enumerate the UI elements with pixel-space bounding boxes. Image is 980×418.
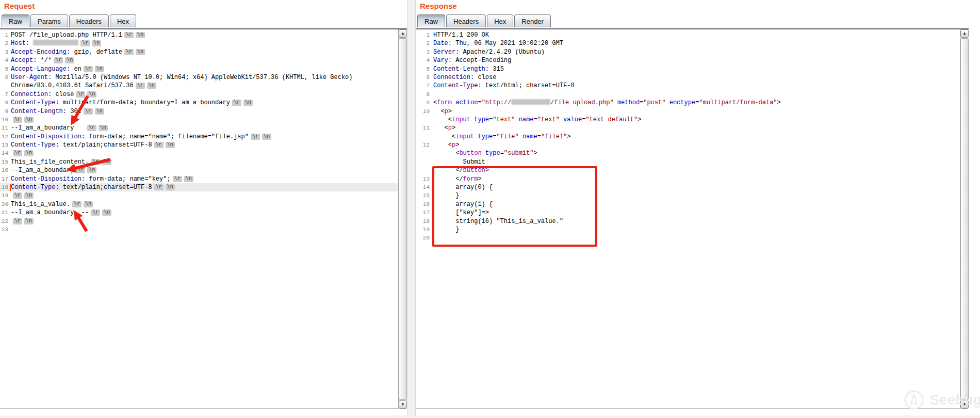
line-number: 4 xyxy=(0,56,8,65)
code-line[interactable]: 9Content-Length: 302\r\n xyxy=(0,107,398,116)
code-line[interactable]: 7Connection: close\r\n xyxy=(0,90,398,99)
code-line[interactable]: 3Accept-Encoding: gzip, deflate\r\n xyxy=(0,48,398,56)
code-text: > xyxy=(777,99,781,106)
code-line[interactable]: 12Content-Disposition: form-data; name="… xyxy=(0,133,398,141)
scroll-down-icon[interactable]: ▼ xyxy=(399,400,407,409)
request-tab-headers[interactable]: Headers xyxy=(69,14,109,27)
line-number: 20 xyxy=(0,200,8,208)
code-line[interactable]: <input type="file" name="file1"> xyxy=(416,133,960,141)
code-text: > xyxy=(448,108,452,115)
code-text: button xyxy=(459,150,481,157)
code-line[interactable]: 2Host: \r\n xyxy=(0,39,398,47)
code-text: Content-Length: xyxy=(433,66,489,73)
code-line[interactable]: 4Accept: */*\r\n xyxy=(0,56,398,65)
response-tab-render[interactable]: Render xyxy=(514,14,551,27)
code-line[interactable]: 21--I_am_a_boundary --\r\n xyxy=(0,208,398,217)
line-number: 23 xyxy=(0,226,8,234)
code-text: Connection: xyxy=(433,74,474,81)
code-line[interactable]: 6Connection: close xyxy=(416,73,960,82)
code-text: Content-Disposition: xyxy=(11,133,85,140)
response-tab-raw[interactable]: Raw xyxy=(417,14,445,27)
code-line[interactable]: 22\r\n xyxy=(0,217,398,226)
request-code[interactable]: 1POST /file_upload.php HTTP/1.1\r\n2Host… xyxy=(0,29,398,409)
line-number: 10 xyxy=(416,107,430,116)
code-text: --I_am_a_boundary xyxy=(11,167,74,174)
code-text: > xyxy=(455,141,459,149)
line-number: 3 xyxy=(0,48,8,56)
line-number: 16 xyxy=(0,166,8,174)
code-text: < xyxy=(433,124,448,132)
request-scrollbar[interactable]: ▲ ▼ xyxy=(398,29,407,409)
code-line[interactable]: 7Content-Type: text/html; charset=UTF-8 xyxy=(416,82,960,90)
code-line[interactable]: <button type="submit"> xyxy=(416,149,960,157)
code-text: 315 xyxy=(489,66,504,73)
code-line[interactable]: 11--I_am_a_boundary \r\n xyxy=(0,124,398,132)
code-line[interactable]: Chrome/83.0.4103.61 Safari/537.36\r\n xyxy=(0,82,398,90)
code-line[interactable]: 2Date: Thu, 06 May 2021 10:02:20 GMT xyxy=(416,39,960,47)
response-tab-hex[interactable]: Hex xyxy=(487,14,513,27)
code-line[interactable]: 10\r\n xyxy=(0,116,398,124)
response-panel-title: Response xyxy=(420,2,457,10)
line-number: 22 xyxy=(0,217,8,226)
code-line[interactable]: 13Content-Type: text/plain;charset=UTF-8… xyxy=(0,141,398,149)
code-text: form-data; name="key"; xyxy=(85,175,171,183)
code-line[interactable]: 18Content-Type: text/plain;charset=UTF-8… xyxy=(0,183,398,191)
crlf-token: \n xyxy=(262,134,271,140)
panel-divider[interactable] xyxy=(407,0,416,418)
redacted-text xyxy=(511,99,550,105)
line-number: 19 xyxy=(0,191,8,200)
code-text: POST /file_upload.php HTTP/1.1 xyxy=(11,31,122,39)
bottom-strip xyxy=(0,415,980,418)
crlf-token: \n xyxy=(95,108,104,115)
redacted-text xyxy=(33,40,78,45)
request-tab-hex[interactable]: Hex xyxy=(110,14,136,27)
crlf-token: \n xyxy=(92,40,101,46)
code-line[interactable]: 5Accept-Language: en\r\n xyxy=(0,65,398,73)
code-line[interactable]: 16--I_am_a_boundary\r\n xyxy=(0,166,398,174)
crlf-token: \n xyxy=(87,167,96,173)
code-text: form xyxy=(437,99,452,106)
code-text: = xyxy=(533,116,537,123)
line-number: 15 xyxy=(0,158,8,166)
code-line[interactable]: 23 xyxy=(0,226,398,234)
crlf-token: \r xyxy=(232,100,241,106)
line-number: 8 xyxy=(416,90,430,99)
code-line[interactable]: 10 <p> xyxy=(416,107,960,116)
code-text: text/plain;charset=UTF-8 xyxy=(59,184,152,191)
request-tab-params[interactable]: Params xyxy=(30,14,68,27)
code-text: Server: xyxy=(433,49,459,56)
code-line[interactable]: 3Server: Apache/2.4.29 (Ubuntu) xyxy=(416,48,960,56)
code-line[interactable]: 8 xyxy=(416,90,960,99)
line-number: 6 xyxy=(416,73,430,82)
scroll-up-icon[interactable]: ▲ xyxy=(960,29,969,38)
request-tabbar: RawParamsHeadersHex xyxy=(0,14,407,29)
request-tab-raw[interactable]: Raw xyxy=(2,14,29,27)
code-line[interactable]: 1HTTP/1.1 200 OK xyxy=(416,31,960,39)
line-number: 7 xyxy=(416,82,430,90)
code-line[interactable]: 12 <p> xyxy=(416,141,960,149)
crlf-token: \n xyxy=(102,210,111,216)
code-line[interactable]: <input type="text" name="text" value="te… xyxy=(416,116,960,124)
code-line[interactable]: Submit xyxy=(416,158,960,166)
code-line[interactable]: 17Content-Disposition: form-data; name="… xyxy=(0,175,398,183)
code-line[interactable]: 1POST /file_upload.php HTTP/1.1\r\n xyxy=(0,31,398,39)
code-line[interactable]: 20This_is_a_value.\r\n xyxy=(0,200,398,208)
scrollbar-thumb[interactable] xyxy=(960,38,969,400)
code-line[interactable]: 11 <p> xyxy=(416,124,960,132)
code-line[interactable]: 15This_is_file_content.\r\n xyxy=(0,158,398,166)
code-text: name xyxy=(519,116,534,123)
code-line[interactable]: 9<form action="http:///file_upload.php" … xyxy=(416,99,960,107)
crlf-token: \r xyxy=(154,142,164,148)
code-line[interactable]: 8Content-Type: multipart/form-data; boun… xyxy=(0,99,398,107)
code-text: close xyxy=(52,91,74,98)
code-line[interactable]: 6User-Agent: Mozilla/5.0 (Windows NT 10.… xyxy=(0,73,398,82)
scrollbar-thumb[interactable] xyxy=(399,38,407,400)
code-text: Thu, 06 May 2021 10:02:20 GMT xyxy=(452,40,563,47)
response-scrollbar[interactable]: ▲ ▼ xyxy=(960,29,969,409)
response-tab-headers[interactable]: Headers xyxy=(446,14,486,27)
code-line[interactable]: 14\r\n xyxy=(0,149,398,157)
scroll-up-icon[interactable]: ▲ xyxy=(399,29,407,38)
code-line[interactable]: 19\r\n xyxy=(0,191,398,200)
code-line[interactable]: 4Vary: Accept-Encoding xyxy=(416,56,960,65)
code-line[interactable]: 5Content-Length: 315 xyxy=(416,65,960,73)
